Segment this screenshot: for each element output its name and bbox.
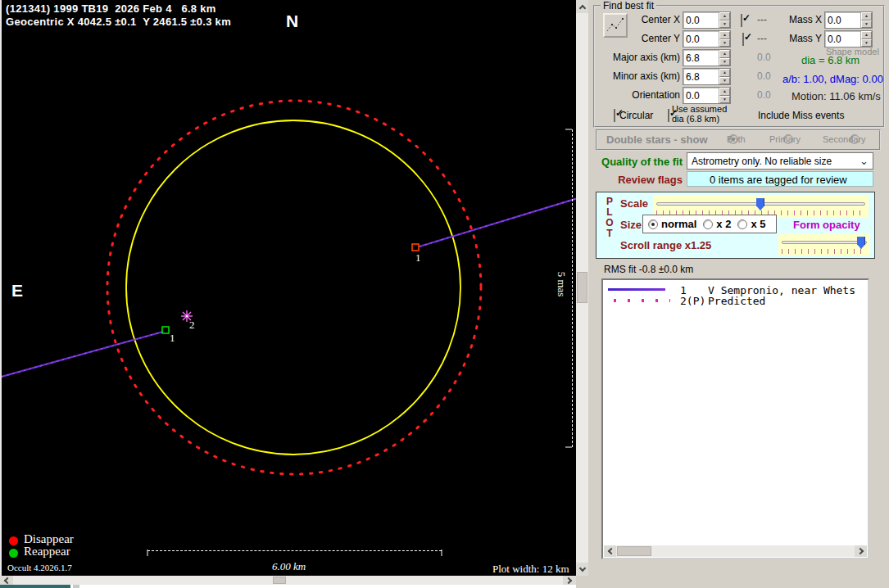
chevron-left-icon <box>4 577 11 583</box>
vertical-scroll-thumb[interactable] <box>577 272 587 303</box>
size-radio-group: normal x 2 x 5 <box>642 215 777 233</box>
fitted-ellipse-circle <box>126 120 460 455</box>
list-item[interactable]: 2(P) Predicted <box>606 295 864 306</box>
chevron-down-icon: ⌄ <box>860 157 869 165</box>
mass-y-input[interactable] <box>825 31 860 47</box>
double-both-label: Both <box>727 134 746 144</box>
spin-up-icon[interactable]: ▲ <box>719 50 730 58</box>
disappear-marker-square <box>412 244 419 251</box>
spin-down-icon[interactable]: ▼ <box>861 39 872 47</box>
center-y-spinner[interactable]: ▲▼ <box>683 30 731 47</box>
center-y-label: Center Y <box>619 33 680 44</box>
scroll-left-button[interactable] <box>0 576 13 585</box>
spin-down-icon[interactable]: ▼ <box>861 20 872 29</box>
center-x-spinner[interactable]: ▲▼ <box>683 11 731 29</box>
major-axis-label: Major axis (km) <box>606 52 680 63</box>
checkmark-icon: ✓ <box>744 31 752 43</box>
north-label: N <box>286 11 298 31</box>
spin-up-icon[interactable]: ▲ <box>719 88 730 96</box>
reappear-point-label: 1 <box>170 332 175 345</box>
scroll-up-button[interactable] <box>576 0 588 13</box>
list-scroll-left-button[interactable] <box>604 545 616 557</box>
spin-down-icon[interactable]: ▼ <box>719 39 730 47</box>
reappear-legend-label: Reappear <box>24 545 70 559</box>
motion-text: Motion: 11.06 km/s <box>791 90 881 102</box>
scale-label: Scale <box>620 197 648 210</box>
mass-y-label: Mass Y <box>785 33 822 44</box>
include-miss-label: Include Miss events <box>758 110 844 121</box>
mas-scale-line <box>572 129 573 447</box>
mass-y-spinner[interactable]: ▲▼ <box>824 30 873 47</box>
spin-up-icon[interactable]: ▲ <box>719 12 730 20</box>
spin-up-icon[interactable]: ▲ <box>719 69 730 77</box>
scroll-range-label: Scroll range x1.25 <box>620 239 711 251</box>
plot-title: (121341) 1999 TB19 2026 Feb 4 6.8 km <box>6 2 216 15</box>
spin-down-icon[interactable]: ▼ <box>719 20 730 29</box>
spin-up-icon[interactable]: ▲ <box>719 31 730 39</box>
observations-list[interactable]: 1 V Sempronio, near Whets 2(P) Predicted <box>601 278 869 559</box>
window-bottom-grip <box>73 585 79 588</box>
use-assumed-label-line1: Use assumed <box>672 104 727 114</box>
spin-down-icon[interactable]: ▼ <box>719 77 730 85</box>
plot-horizontal-scrollbar[interactable] <box>0 576 576 585</box>
size-normal-radio[interactable] <box>648 219 658 229</box>
double-secondary-label: Secondary <box>823 134 866 144</box>
disappear-legend-dot-icon <box>9 536 18 545</box>
window-bottom-teal-strip <box>0 585 70 588</box>
size-x2-radio[interactable] <box>703 219 713 229</box>
use-assumed-dia-checkbox[interactable]: ✓ <box>668 109 669 122</box>
scroll-right-button[interactable] <box>563 576 576 585</box>
window-bottom-strip <box>0 585 576 588</box>
center-y-fit-checkbox[interactable]: ✓ <box>742 33 744 46</box>
quality-value: Astrometry only. No reliable size <box>692 156 860 167</box>
center-y-input[interactable] <box>683 31 719 47</box>
size-x5-radio[interactable] <box>737 219 747 229</box>
occultation-plot[interactable]: (121341) 1999 TB19 2026 Feb 4 6.8 km Geo… <box>0 0 576 576</box>
occult-fit-window: { "icons": { "checkmark": "✓", "spin_up"… <box>0 0 889 588</box>
center-x-input[interactable] <box>683 12 719 28</box>
minor-axis-label: Minor axis (km) <box>606 70 680 82</box>
observation-id: 2(P) <box>680 295 708 307</box>
diameter-text: dia = 6.8 km <box>801 54 860 66</box>
spin-down-icon[interactable]: ▼ <box>719 58 730 66</box>
scale-bar <box>147 550 442 551</box>
plot-vertical-scrollbar[interactable] <box>576 0 588 576</box>
major-axis-spinner[interactable]: ▲▼ <box>683 49 731 66</box>
list-horizontal-scrollbar[interactable] <box>604 545 867 557</box>
quality-dropdown[interactable]: Astrometry only. No reliable size ⌄ <box>687 152 873 170</box>
minor-axis-spinner[interactable]: ▲▼ <box>683 68 731 85</box>
spin-up-icon[interactable]: ▲ <box>861 12 872 20</box>
list-scroll-right-button[interactable] <box>855 545 867 557</box>
chord2-dots-sample <box>608 299 670 302</box>
scale-slider-thumb[interactable] <box>756 198 764 210</box>
scroll-down-button[interactable] <box>576 563 588 576</box>
orientation-spinner[interactable]: ▲▼ <box>683 87 731 104</box>
spin-down-icon[interactable]: ▼ <box>719 96 730 104</box>
major-axis-alt-value: 0.0 <box>757 52 771 63</box>
list-scroll-thumb[interactable] <box>617 546 651 556</box>
chord1-line-sample <box>608 288 665 291</box>
center-x-flag: --- <box>757 14 767 25</box>
minor-axis-input[interactable] <box>683 69 719 84</box>
form-opacity-slider[interactable] <box>778 234 870 256</box>
use-assumed-label-line2: dia (6.8 km) <box>672 114 727 124</box>
size-normal-label: normal <box>661 218 696 230</box>
center-x-fit-checkbox[interactable]: ✓ <box>741 14 742 27</box>
orientation-input[interactable] <box>683 88 719 103</box>
mas-scale-label: 5 mas <box>555 265 568 303</box>
mass-x-label: Mass X <box>785 14 822 25</box>
major-axis-input[interactable] <box>683 50 719 66</box>
review-flags-label: Review flags <box>596 174 683 186</box>
quality-label: Quality of the fit <box>596 156 683 168</box>
form-opacity-thumb[interactable] <box>857 237 865 249</box>
horizontal-scroll-thumb[interactable] <box>273 577 286 584</box>
chevron-right-icon <box>565 577 572 583</box>
checkmark-icon: ✓ <box>742 12 751 24</box>
mass-x-spinner[interactable]: ▲▼ <box>824 11 873 29</box>
spin-up-icon[interactable]: ▲ <box>861 31 872 39</box>
observation-name: Predicted <box>708 295 864 307</box>
chevron-up-icon <box>578 4 585 11</box>
circular-checkbox[interactable]: ✓ <box>614 109 615 122</box>
plot-width-label: Plot width: 12 km <box>492 563 569 576</box>
mass-x-input[interactable] <box>825 12 860 28</box>
